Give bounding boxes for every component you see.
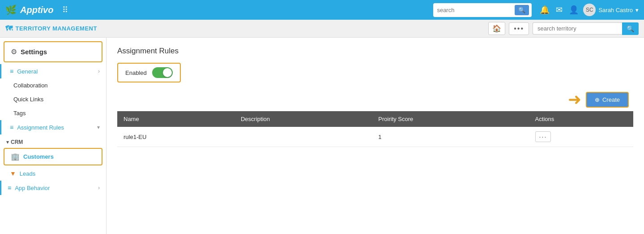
- table-row: rule1-EU 1 ···: [117, 127, 633, 147]
- sidebar: ⚙ Settings ≡ General › Collaboration Qui…: [0, 38, 107, 234]
- general-list-icon: ≡: [10, 68, 13, 75]
- territory-search-input[interactable]: [533, 22, 622, 35]
- main-layout: ⚙ Settings ≡ General › Collaboration Qui…: [0, 38, 644, 234]
- sidebar-item-customers[interactable]: 🏢 Customers: [4, 148, 102, 165]
- orange-arrow-indicator: ➜: [568, 91, 581, 108]
- row-priority-score: 1: [372, 127, 529, 147]
- app-behavior-list-icon: ≡: [8, 184, 11, 191]
- bell-icon[interactable]: 🔔: [540, 5, 550, 15]
- grid-icon[interactable]: ⠿: [62, 5, 68, 15]
- col-priority-score: Proirity Score: [372, 111, 529, 127]
- quick-links-label: Quick Links: [13, 96, 43, 103]
- col-description: Description: [235, 111, 372, 127]
- assignment-rules-label: Assignment Rules: [17, 124, 64, 131]
- assignment-rules-table: Name Description Proirity Score Actions …: [117, 111, 633, 147]
- assignment-rules-chevron-icon: ▾: [97, 124, 100, 130]
- enabled-label: Enabled: [125, 69, 147, 76]
- avatar: SC: [583, 4, 596, 16]
- crm-label: CRM: [11, 139, 23, 145]
- create-button[interactable]: ⊕ Create: [586, 92, 629, 108]
- create-btn-wrapper: ➜ ⊕ Create: [568, 91, 629, 108]
- sidebar-item-quick-links[interactable]: Quick Links: [0, 92, 106, 106]
- mail-icon[interactable]: ✉: [556, 5, 563, 15]
- row-name: rule1-EU: [117, 127, 235, 147]
- row-actions: ···: [529, 127, 633, 147]
- create-icon: ⊕: [595, 96, 600, 103]
- customers-label: Customers: [23, 153, 54, 160]
- customers-building-icon: 🏢: [11, 152, 20, 161]
- crm-toggle-icon: ▾: [6, 139, 9, 145]
- enabled-row: Enabled: [117, 63, 181, 82]
- collaboration-label: Collaboration: [13, 82, 48, 89]
- user-icon[interactable]: 👤: [569, 5, 579, 15]
- page-title: Assignment Rules: [117, 47, 633, 56]
- col-name: Name: [117, 111, 235, 127]
- settings-gear-icon: ⚙: [11, 48, 17, 56]
- global-search-button[interactable]: 🔍: [515, 5, 529, 15]
- sidebar-item-general-label: General: [17, 68, 38, 75]
- app-logo: Apptivo: [20, 5, 53, 15]
- create-label: Create: [602, 96, 620, 103]
- logo-leaf-icon: 🌿: [5, 4, 17, 15]
- assignment-rules-list-icon: ≡: [10, 124, 13, 131]
- general-chevron-icon: ›: [98, 68, 100, 74]
- row-description: [235, 127, 372, 147]
- tags-label: Tags: [13, 110, 26, 117]
- territory-bar: 🗺 TERRITORY MANAGEMENT 🏠 ••• 🔍: [0, 20, 644, 38]
- territory-search-button[interactable]: 🔍: [622, 22, 639, 35]
- home-button[interactable]: 🏠: [488, 22, 505, 35]
- sidebar-item-general[interactable]: ≡ General ›: [0, 64, 106, 78]
- toggle-slider: [152, 67, 173, 78]
- more-options-button[interactable]: •••: [509, 22, 529, 35]
- sidebar-item-leads[interactable]: ▼ Leads: [0, 166, 106, 181]
- sidebar-item-collaboration[interactable]: Collaboration: [0, 78, 106, 92]
- sidebar-item-app-behavior[interactable]: ≡ App Behavior ›: [0, 181, 106, 195]
- user-chevron-icon: ▾: [635, 7, 639, 13]
- nav-icons: 🔔 ✉ 👤: [540, 5, 579, 15]
- row-actions-button[interactable]: ···: [535, 131, 551, 142]
- logo-area: 🌿 Apptivo: [5, 4, 53, 15]
- enabled-toggle[interactable]: [152, 67, 173, 78]
- territory-search-bar: 🔍: [533, 22, 639, 35]
- user-name: Sarah Castro: [598, 7, 633, 13]
- territory-title-text: TERRITORY MANAGEMENT: [16, 25, 97, 32]
- app-behavior-label: App Behavior: [15, 185, 50, 191]
- top-navigation: 🌿 Apptivo ⠿ 🔍 🔔 ✉ 👤 SC Sarah Castro ▾: [0, 0, 644, 20]
- crm-section: ▾ CRM: [0, 134, 106, 147]
- content-area: Assignment Rules Enabled ➜ ⊕ Create: [107, 38, 644, 234]
- territory-map-icon: 🗺: [5, 25, 13, 33]
- global-search-input[interactable]: [437, 7, 512, 13]
- sidebar-item-assignment-rules[interactable]: ≡ Assignment Rules ▾: [0, 120, 106, 134]
- settings-header[interactable]: ⚙ Settings: [4, 41, 102, 62]
- app-behavior-chevron-icon: ›: [98, 185, 100, 191]
- territory-title: 🗺 TERRITORY MANAGEMENT: [5, 25, 97, 33]
- global-search-bar: 🔍: [433, 3, 532, 17]
- create-button-area: ➜ ⊕ Create: [117, 91, 633, 108]
- settings-label: Settings: [21, 48, 47, 56]
- sidebar-item-tags[interactable]: Tags: [0, 106, 106, 120]
- col-actions: Actions: [529, 111, 633, 127]
- table-header-row: Name Description Proirity Score Actions: [117, 111, 633, 127]
- leads-funnel-icon: ▼: [10, 170, 16, 177]
- territory-actions: 🏠 ••• 🔍: [488, 22, 639, 35]
- user-menu[interactable]: SC Sarah Castro ▾: [583, 4, 639, 16]
- leads-label: Leads: [20, 170, 35, 177]
